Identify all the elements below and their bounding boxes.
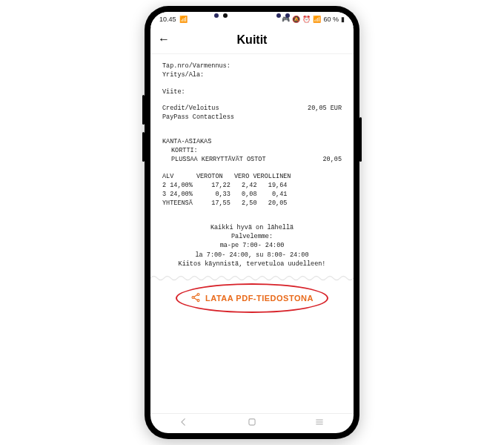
volume-down-button — [142, 132, 145, 162]
loyalty-header: KANTA-ASIAKAS — [162, 137, 342, 146]
svg-point-0 — [197, 294, 199, 296]
download-label: LATAA PDF-TIEDOSTONA — [205, 294, 314, 303]
svg-point-2 — [197, 300, 199, 302]
status-battery-icon: ▮ — [341, 16, 345, 23]
status-sim-icon: 📶 — [179, 16, 188, 23]
receipt-tear — [150, 274, 354, 282]
plussa-row: PLUSSAA KERRYTTÄVÄT OSTOT 20,05 — [162, 155, 342, 164]
nav-back-icon[interactable] — [179, 417, 190, 430]
footer-l2: Palvelemme: — [162, 232, 342, 241]
company-line: Yritys/Ala: — [162, 70, 342, 79]
status-time: 10.45 — [159, 16, 176, 23]
receipt-text: Tap.nro/Varmennus: Yritys/Ala: Viite: Cr… — [162, 62, 342, 268]
svg-line-3 — [194, 295, 197, 297]
status-alarm-icon: ⏰ — [302, 16, 311, 23]
app-bar: ← Kuitit — [150, 27, 354, 54]
footer-l4: la 7:00- 24:00, su 8:00- 24:00 — [162, 251, 342, 260]
charge-row: Credit/Veloitus 20,05 EUR — [162, 104, 342, 113]
power-button — [359, 117, 362, 162]
footer-l3: ma-pe 7:00- 24:00 — [162, 241, 342, 250]
sensor-cluster — [214, 13, 290, 18]
vat-table: ALV VEROTON VERO VEROLLINEN 2 14,00% 17,… — [162, 172, 342, 208]
svg-line-4 — [194, 298, 197, 300]
status-dnd-icon: 🔕 — [292, 16, 300, 23]
download-pdf-button[interactable]: LATAA PDF-TIEDOSTONA — [162, 282, 342, 314]
page-title: Kuitit — [237, 33, 268, 47]
svg-point-1 — [192, 297, 194, 299]
share-icon — [190, 292, 201, 304]
footer-l1: Kaikki hyvä on lähellä — [162, 223, 342, 232]
status-battery-text: 60 % — [323, 16, 339, 23]
footer-l5: Kiitos käynnistä, tervetuloa uudelleen! — [162, 260, 342, 268]
volume-up-button — [142, 95, 145, 125]
svg-rect-5 — [249, 419, 255, 425]
card-line: KORTTI: — [162, 146, 342, 155]
tap-line: Tap.nro/Varmennus: — [162, 62, 342, 70]
android-nav-bar — [150, 413, 354, 433]
back-button[interactable]: ← — [158, 33, 170, 46]
nav-home-icon[interactable] — [247, 417, 257, 430]
phone-frame: 10.45 📶 🎮 🔕 ⏰ 📶 60 % ▮ ← Kuitit Ta — [145, 6, 359, 439]
nav-recent-icon[interactable] — [314, 417, 325, 430]
receipt-area: Tap.nro/Varmennus: Yritys/Ala: Viite: Cr… — [150, 54, 354, 413]
screen: 10.45 📶 🎮 🔕 ⏰ 📶 60 % ▮ ← Kuitit Ta — [150, 12, 354, 433]
paypass-line: PayPass Contactless — [162, 113, 342, 122]
status-signal-icon: 📶 — [313, 16, 321, 23]
ref-line: Viite: — [162, 88, 342, 96]
